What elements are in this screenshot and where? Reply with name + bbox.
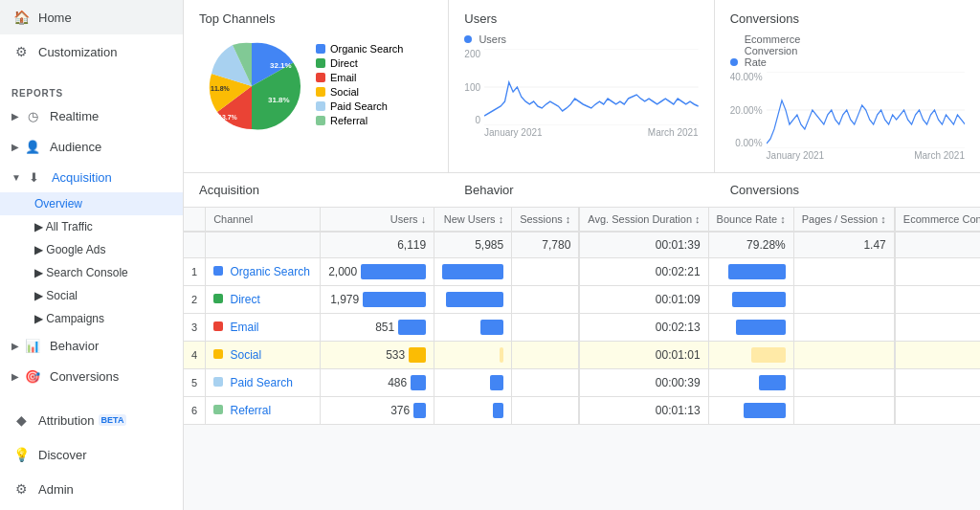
th-bounce-rate-label: Bounce Rate bbox=[717, 213, 778, 225]
row-users-5: 486 bbox=[321, 369, 434, 397]
legend-direct: Direct bbox=[316, 57, 403, 69]
sidebar-item-attribution[interactable]: ◆ Attribution BETA bbox=[0, 403, 183, 437]
channel-dot-6 bbox=[213, 405, 223, 414]
row-avg-session-5: 00:00:39 bbox=[579, 369, 708, 397]
sidebar-item-discover[interactable]: 💡 Discover bbox=[0, 437, 183, 472]
th-rank bbox=[184, 208, 206, 232]
users-chart-svg-container: January 2021 March 2021 bbox=[484, 49, 699, 138]
data-table-section: Acquisition Behavior Conversions Channel… bbox=[184, 173, 980, 425]
channel-link-1[interactable]: Organic Search bbox=[230, 265, 309, 278]
row-ecommerce-rate-2: 5.58% bbox=[895, 286, 980, 314]
th-avg-session-label: Avg. Session Duration bbox=[588, 213, 692, 225]
svg-text:13.7%: 13.7% bbox=[218, 114, 238, 121]
total-avg-session: 00:01:39 bbox=[579, 232, 708, 258]
th-new-users[interactable]: New Users ↕ bbox=[434, 208, 512, 232]
sidebar-item-conversions-label: Conversions bbox=[50, 369, 119, 384]
sort-icon-bounce: ↕ bbox=[780, 213, 786, 225]
top-channels-panel: Top Channels 32.1% 31 bbox=[184, 0, 449, 172]
sidebar-sub-search-console[interactable]: ▶ Search Console bbox=[0, 261, 183, 284]
sidebar-group-behavior[interactable]: ▶ 📊 Behavior bbox=[0, 330, 183, 361]
channel-link-5[interactable]: Paid Search bbox=[230, 376, 292, 389]
sidebar-group-realtime[interactable]: ▶ ◷ Realtime bbox=[0, 100, 183, 131]
th-sessions-label: Sessions bbox=[520, 213, 563, 225]
th-users[interactable]: Users ↓ bbox=[321, 208, 434, 232]
legend-dot-direct bbox=[316, 58, 325, 68]
th-bounce-rate[interactable]: Bounce Rate ↕ bbox=[708, 208, 793, 232]
row-sessions-5 bbox=[512, 369, 580, 397]
svg-text:11.8%: 11.8% bbox=[211, 85, 231, 92]
row-avg-session-1: 00:02:21 bbox=[579, 258, 708, 286]
customization-icon: ⚙ bbox=[11, 42, 31, 61]
row-bounce-5 bbox=[708, 369, 793, 397]
sidebar-group-conversions[interactable]: ▶ 🎯 Conversions bbox=[0, 361, 183, 391]
row-new-users-1 bbox=[434, 258, 512, 286]
bounce-bar-5 bbox=[759, 375, 786, 390]
row-pages-2 bbox=[793, 286, 895, 314]
conversions-xaxis: January 2021 March 2021 bbox=[767, 150, 965, 161]
sort-icon-sessions: ↕ bbox=[566, 213, 571, 225]
row-new-users-4 bbox=[434, 342, 512, 369]
conversions-panel: Conversions Ecommerce Conversion Rate 40… bbox=[715, 0, 980, 172]
beta-badge: BETA bbox=[99, 414, 127, 426]
legend-dot-paid bbox=[316, 101, 325, 111]
users-legend: Users bbox=[464, 33, 698, 45]
bounce-bar-1 bbox=[728, 264, 786, 279]
behavior-section-title: Behavior bbox=[449, 173, 714, 207]
realtime-icon: ◷ bbox=[23, 106, 42, 125]
row-avg-session-4: 00:01:01 bbox=[579, 342, 708, 369]
sidebar-sub-all-traffic[interactable]: ▶ All Traffic bbox=[0, 215, 183, 238]
chevron-audience: ▶ bbox=[11, 142, 19, 152]
new-users-bar-4 bbox=[500, 347, 503, 363]
legend-label-email: Email bbox=[330, 72, 357, 83]
th-pages[interactable]: Pages / Session ↕ bbox=[793, 208, 895, 232]
sidebar-group-acquisition[interactable]: ▼ ⬇ Acquisition Overview ▶ All Traffic ▶… bbox=[0, 162, 183, 330]
row-channel-6: Referral bbox=[206, 397, 321, 425]
row-sessions-2 bbox=[512, 286, 580, 314]
row-users-6: 376 bbox=[321, 397, 434, 425]
row-bounce-1 bbox=[708, 258, 793, 286]
row-users-2: 1,979 bbox=[321, 286, 434, 314]
conversions-chart-svg-container: January 2021 March 2021 bbox=[767, 72, 965, 161]
sidebar-group-audience[interactable]: ▶ 👤 Audience bbox=[0, 131, 183, 162]
sidebar-item-admin-label: Admin bbox=[38, 482, 74, 497]
th-channel[interactable]: Channel bbox=[206, 208, 321, 232]
sidebar-sub-social[interactable]: ▶ Social bbox=[0, 284, 183, 307]
table-row: 2 Direct 1,979 00:01:09 5.58% bbox=[184, 286, 980, 314]
row-ecommerce-rate-6: 10.39% bbox=[895, 397, 980, 425]
th-sessions[interactable]: Sessions ↕ bbox=[512, 208, 580, 232]
chevron-behavior: ▶ bbox=[11, 341, 19, 351]
sidebar-sub-campaigns[interactable]: ▶ Campaigns bbox=[0, 307, 183, 330]
sidebar-item-audience-label: Audience bbox=[50, 140, 101, 154]
channel-link-3[interactable]: Email bbox=[230, 321, 258, 334]
sidebar-item-home[interactable]: 🏠 Home bbox=[0, 0, 183, 34]
sidebar-sub-google-ads[interactable]: ▶ Google Ads bbox=[0, 238, 183, 261]
channel-link-2[interactable]: Direct bbox=[230, 293, 259, 306]
row-new-users-5 bbox=[434, 369, 512, 397]
discover-icon: 💡 bbox=[11, 445, 31, 464]
sidebar-item-realtime-label: Realtime bbox=[50, 109, 99, 123]
row-ecommerce-rate-4: 3.99% bbox=[895, 342, 980, 369]
channel-link-6[interactable]: Referral bbox=[230, 404, 271, 417]
pie-chart-area: 32.1% 31.8% 13.7% 11.8% Organic Search D… bbox=[199, 33, 433, 139]
users-bar-1 bbox=[361, 264, 426, 279]
sidebar-sub-overview[interactable]: Overview bbox=[0, 192, 183, 215]
total-pages: 1.47 bbox=[793, 232, 895, 258]
users-bar-5 bbox=[411, 375, 426, 390]
users-legend-dot bbox=[464, 35, 472, 43]
row-channel-4: Social bbox=[206, 342, 321, 369]
sidebar-item-customization[interactable]: ⚙ Customization bbox=[0, 34, 183, 69]
th-avg-session[interactable]: Avg. Session Duration ↕ bbox=[579, 208, 708, 232]
th-ecommerce-rate[interactable]: Ecommerce Conversion Rate ↕ bbox=[895, 208, 980, 232]
users-panel: Users Users 200 100 0 bbox=[449, 0, 714, 172]
sidebar-item-admin[interactable]: ⚙ Admin bbox=[0, 472, 183, 506]
th-channel-label: Channel bbox=[213, 213, 253, 225]
users-title: Users bbox=[464, 11, 698, 26]
sidebar-collapse-button[interactable]: ‹ bbox=[0, 506, 183, 510]
row-channel-5: Paid Search bbox=[206, 369, 321, 397]
behavior-icon: 📊 bbox=[23, 336, 42, 355]
chevron-acquisition: ▼ bbox=[11, 172, 21, 183]
channel-link-4[interactable]: Social bbox=[230, 348, 261, 362]
legend-label-paid: Paid Search bbox=[330, 100, 388, 112]
table-row: 1 Organic Search 2,000 00:02:21 14.52% bbox=[184, 258, 980, 286]
main-content: Top Channels 32.1% 31 bbox=[184, 0, 980, 510]
